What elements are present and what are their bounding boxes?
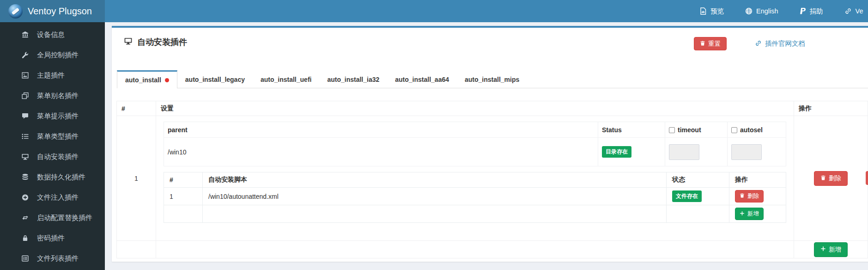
plugin-doc-link[interactable]: 插件官网文档	[755, 39, 805, 48]
lock-icon	[21, 234, 29, 242]
autosel-input[interactable]	[731, 144, 762, 160]
sidebar-item-label: 文件列表插件	[37, 254, 79, 263]
add-script-label: 新增	[747, 210, 759, 218]
trash-icon	[820, 175, 826, 182]
exchange-icon	[21, 214, 29, 221]
parent-table: parent Status timeout autosel /win10 目录存…	[164, 122, 786, 166]
sidebar-item-menu-alias[interactable]: 菜单别名插件	[0, 86, 105, 106]
sidebar-item-menu-tip[interactable]: 菜单提示插件	[0, 106, 105, 126]
navbar-item-language[interactable]: English	[745, 7, 778, 15]
add-row-button[interactable]: 新增	[814, 242, 848, 257]
tab-bar: auto_install auto_install_legacy auto_in…	[117, 71, 868, 88]
delete-script-button[interactable]: 删除	[735, 190, 764, 202]
trash-icon	[700, 40, 705, 48]
add-row-label: 新增	[829, 245, 841, 254]
tab-auto-install-uefi[interactable]: auto_install_uefi	[253, 71, 319, 88]
tab-auto-install-aa64[interactable]: auto_install_aa64	[387, 71, 457, 88]
sidebar-item-label: 自动安装插件	[37, 153, 79, 161]
navbar-item-donate[interactable]: 捐助	[800, 7, 823, 16]
sidebar: 设备信息 全局控制插件 主题插件 菜单别名插件 菜单提示插件 菜单类型插件 自动…	[0, 22, 105, 270]
col-header-index: #	[117, 101, 156, 116]
sidebar-item-label: 菜单别名插件	[37, 92, 79, 100]
sidebar-item-file-injection[interactable]: 文件注入插件	[0, 187, 105, 208]
bank-icon	[21, 31, 29, 38]
parent-label: parent	[164, 122, 598, 138]
script-path: /win10/autounattend.xml	[203, 188, 667, 205]
database-icon	[21, 173, 29, 181]
reset-button-label: 重置	[708, 40, 721, 48]
script-col-index: #	[164, 172, 203, 188]
tab-label: auto_install	[125, 72, 161, 88]
sidebar-item-file-list[interactable]: 文件列表插件	[0, 248, 105, 269]
plugin-row: 1 parent Status timeout autosel /win10	[117, 116, 868, 241]
navbar-item-preview[interactable]: 预览	[699, 7, 724, 16]
plugin-add-row: 新增	[117, 241, 868, 258]
tab-auto-install-mips[interactable]: auto_install_mips	[457, 71, 527, 88]
clone-icon	[21, 92, 29, 99]
tab-label: auto_install_aa64	[395, 71, 449, 88]
sidebar-item-password[interactable]: 密码插件	[0, 228, 105, 248]
script-row: 1 /win10/autounattend.xml 文件存在 删除	[164, 188, 786, 205]
tab-label: auto_install_legacy	[185, 71, 245, 88]
tab-label: auto_install_mips	[465, 71, 519, 88]
sidebar-item-global-control[interactable]: 全局控制插件	[0, 45, 105, 65]
timeout-label: timeout	[678, 126, 701, 134]
plugin-doc-link-label: 插件官网文档	[765, 39, 805, 48]
preview-icon	[699, 7, 707, 15]
navbar-item-label: Ve	[856, 7, 863, 15]
tab-label: auto_install_uefi	[261, 71, 311, 88]
tab-label: auto_install_ia32	[327, 71, 379, 88]
timeout-input[interactable]	[669, 144, 699, 160]
timeout-header: timeout	[665, 122, 728, 138]
reset-button[interactable]: 重置	[694, 37, 727, 50]
page-title: 自动安装插件	[124, 37, 187, 48]
col-header-settings: 设置	[156, 101, 794, 116]
wrench-icon	[21, 51, 29, 59]
script-add-row: 新增	[164, 205, 786, 223]
sidebar-item-menu-class[interactable]: 菜单类型插件	[0, 126, 105, 147]
navbar-item-label: 捐助	[810, 7, 823, 16]
plus-icon	[740, 211, 745, 217]
link-icon	[844, 7, 852, 15]
script-col-script: 自动安装脚本	[203, 172, 667, 188]
parent-header-row: parent Status timeout autosel	[164, 122, 786, 138]
plugin-card: 自动安装插件 重置 插件官网文档 auto_install auto_insta…	[112, 26, 868, 262]
scripts-header-row: # 自动安装脚本 状态 操作	[164, 172, 786, 188]
script-row-index: 1	[164, 188, 203, 205]
status-label: Status	[598, 122, 665, 138]
sidebar-item-auto-install[interactable]: 自动安装插件	[0, 147, 105, 167]
brand[interactable]: Ventoy Plugson	[0, 0, 105, 22]
sidebar-item-label: 文件注入插件	[37, 193, 79, 202]
top-navbar: Ventoy Plugson 预览 English 捐助 Ve	[0, 0, 868, 22]
script-col-operation: 操作	[729, 172, 786, 188]
sidebar-item-theme[interactable]: 主题插件	[0, 65, 105, 86]
plugin-table: # 设置 操作 1 parent Status timeout autosel	[116, 101, 868, 258]
navbar-item-ventoy-site[interactable]: Ve	[844, 7, 863, 15]
tab-auto-install-legacy[interactable]: auto_install_legacy	[177, 71, 253, 88]
sidebar-item-boot-conf-replace[interactable]: 启动配置替换插件	[0, 208, 105, 228]
script-col-status: 状态	[667, 172, 729, 188]
navbar-item-label: English	[756, 7, 778, 15]
autosel-header: autosel	[728, 122, 786, 138]
scripts-table: # 自动安装脚本 状态 操作 1 /win10/autounattend.xml…	[164, 172, 786, 223]
sidebar-item-label: 菜单类型插件	[37, 132, 79, 141]
list-icon	[21, 133, 29, 140]
autosel-checkbox[interactable]	[731, 127, 737, 133]
tab-auto-install-ia32[interactable]: auto_install_ia32	[319, 71, 387, 88]
sidebar-item-label: 密码插件	[37, 234, 65, 243]
navbar-menu: 预览 English 捐助 Ve	[699, 0, 868, 22]
desktop-icon	[21, 153, 29, 160]
sidebar-item-device-info[interactable]: 设备信息	[0, 25, 105, 45]
timeout-checkbox[interactable]	[669, 127, 675, 133]
plus-circle-icon	[21, 194, 29, 201]
plus-icon	[820, 246, 826, 253]
add-script-button[interactable]: 新增	[735, 208, 764, 220]
tab-auto-install[interactable]: auto_install	[117, 70, 177, 88]
list-alt-icon	[21, 255, 29, 262]
cutoff-delete-button[interactable]	[866, 171, 868, 185]
sidebar-item-persistence[interactable]: 数据持久化插件	[0, 167, 105, 187]
parent-value-row: /win10 目录存在	[164, 138, 786, 166]
link-icon	[755, 40, 762, 48]
delete-row-button[interactable]: 删除	[814, 171, 848, 186]
paypal-icon	[800, 7, 806, 15]
